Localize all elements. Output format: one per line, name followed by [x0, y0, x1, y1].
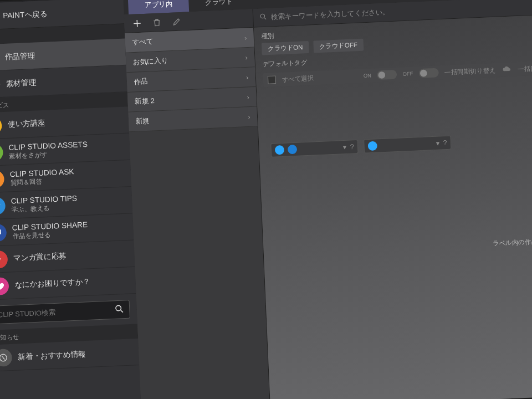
sync-dot-icon	[288, 145, 298, 155]
label-text: 新規	[135, 116, 150, 126]
cloud-icon	[502, 65, 513, 75]
select-all-label: すべて選択	[282, 74, 314, 84]
sidebar-item-label: 素材管理	[6, 77, 36, 89]
search-icon	[259, 13, 267, 23]
chevron-right-icon: ›	[244, 33, 247, 42]
help-icon[interactable]: ?	[443, 139, 447, 147]
keyword-placeholder: 検索キーワードを入力してください。	[270, 7, 390, 22]
sidebar-search-input[interactable]	[0, 306, 114, 319]
sync-all-label: 一括同期	[518, 64, 532, 74]
footer-note: ラベル内の作品をすべて表	[493, 236, 532, 248]
content: アプリ内 クラウド 検索キーワードを入力してください。 すべて› お気に入り›	[123, 0, 532, 399]
sidebar-item-label: なにかお困りですか？	[14, 277, 90, 290]
status-dot-icon	[368, 141, 378, 151]
graduation-icon	[0, 197, 6, 215]
sidebar-item-label: 作品管理	[4, 50, 35, 62]
chevron-right-icon: ›	[247, 93, 249, 101]
lightbulb-icon	[0, 116, 2, 135]
materials-icon	[0, 75, 1, 94]
chevron-right-icon: ›	[248, 112, 250, 121]
label-text: 作品	[134, 76, 148, 87]
sidebar-item-news[interactable]: 新着・おすすめ情報	[0, 339, 139, 372]
labels-column: すべて› お気に入り› 作品› 新規 2› 新規›	[125, 28, 271, 399]
label-text: すべて	[132, 37, 154, 47]
sync-toggle-off[interactable]	[419, 68, 439, 78]
sidebar-item-label: マンガ賞に応募	[13, 252, 66, 263]
sync-toggle-on[interactable]	[377, 70, 397, 80]
sidebar-item-label: 新着・おすすめ情報	[18, 349, 86, 362]
paint-return-label: PAINTへ戻る	[3, 8, 48, 21]
status-dot-icon	[275, 145, 285, 155]
label-text: お気に入り	[133, 56, 168, 68]
sidebar-search[interactable]	[0, 300, 130, 324]
help-icon[interactable]: ?	[350, 142, 354, 151]
label-text: 新規 2	[135, 96, 155, 106]
sidebar-item-help[interactable]: なにかお困りですか？	[0, 267, 136, 300]
cloud-off-button[interactable]: クラウドOFF	[313, 39, 364, 53]
work-thumbnails: ▾ ? ▾ ?	[270, 136, 451, 157]
sidebar-item-label: 使い方講座	[7, 119, 45, 130]
cloud-on-button[interactable]: クラウドON	[262, 41, 309, 55]
question-icon: ?	[0, 170, 4, 188]
search-doc-icon	[0, 143, 3, 161]
select-all-checkbox[interactable]	[268, 75, 276, 84]
delete-label-button[interactable]	[151, 16, 163, 28]
chevron-right-icon: ›	[245, 53, 248, 62]
search-icon[interactable]	[114, 303, 125, 316]
chevron-right-icon: ›	[246, 73, 249, 81]
off-label: OFF	[402, 71, 413, 77]
share-icon	[0, 223, 7, 242]
chevron-down-icon[interactable]: ▾	[343, 143, 347, 151]
heart-icon	[0, 277, 9, 295]
chevron-down-icon[interactable]: ▾	[436, 139, 440, 147]
pen-icon	[0, 250, 8, 268]
work-item[interactable]: ▾ ?	[270, 140, 358, 157]
work-item[interactable]: ▾ ?	[364, 136, 451, 154]
sync-toggle-label: 一括同期切り替え	[444, 66, 496, 77]
svg-point-8	[260, 14, 265, 18]
sidebar: PAINTへ戻る 管理 作品管理 素材管理 サービス 使い方講座	[0, 0, 142, 399]
svg-point-6	[116, 305, 121, 311]
works-panel: 種別 クラウドON クラウドOFF デフォルトタグ すべて選択 ON	[254, 14, 532, 399]
on-label: ON	[364, 73, 372, 79]
news-icon	[0, 349, 12, 367]
add-label-button[interactable]	[131, 17, 144, 29]
edit-label-button[interactable]	[171, 16, 183, 28]
